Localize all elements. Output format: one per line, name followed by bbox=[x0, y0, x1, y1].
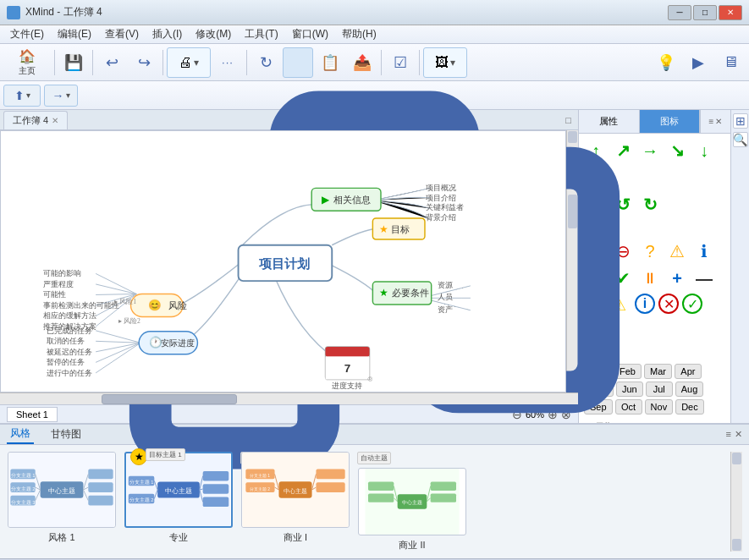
svg-line-3 bbox=[96, 273, 136, 294]
svg-rect-66 bbox=[88, 469, 113, 480]
svg-text:相应的缓解方法: 相应的缓解方法 bbox=[43, 311, 96, 320]
svg-rect-107 bbox=[368, 493, 394, 502]
svg-text:资源: 资源 bbox=[438, 281, 453, 289]
svg-rect-84 bbox=[203, 497, 229, 507]
svg-text:项目介绍: 项目介绍 bbox=[426, 194, 456, 202]
svg-text:中心主题: 中心主题 bbox=[165, 487, 192, 495]
featured-label: 目标主题 1 bbox=[146, 448, 185, 461]
svg-rect-52 bbox=[326, 347, 370, 357]
canvas-hscroll[interactable] bbox=[0, 393, 578, 404]
svg-text:▸ 风险2: ▸ 风险2 bbox=[118, 317, 140, 325]
svg-text:取消的任务: 取消的任务 bbox=[47, 337, 85, 345]
svg-rect-82 bbox=[203, 471, 229, 480]
svg-text:暂停的任务: 暂停的任务 bbox=[47, 358, 85, 366]
svg-text:进行中的任务: 进行中的任务 bbox=[47, 369, 92, 377]
svg-text:安际进度: 安际进度 bbox=[161, 338, 195, 348]
style-card-business2-preview: 中心主题 bbox=[358, 468, 466, 535]
featured-star-icon: ★ bbox=[130, 448, 147, 465]
svg-text:®: ® bbox=[368, 376, 373, 383]
svg-text:分支主题 1: 分支主题 1 bbox=[129, 479, 154, 485]
svg-line-4 bbox=[96, 284, 136, 294]
share1-button[interactable] bbox=[283, 47, 313, 78]
svg-text:项目概况: 项目概况 bbox=[426, 184, 456, 192]
svg-rect-83 bbox=[203, 484, 229, 493]
svg-text:人员: 人员 bbox=[438, 293, 453, 301]
svg-line-9 bbox=[96, 331, 140, 343]
svg-text:分支主题 3: 分支主题 3 bbox=[11, 499, 36, 505]
svg-text:事前检测出来的可能性: 事前检测出来的可能性 bbox=[43, 301, 119, 310]
svg-text:严重程度: 严重程度 bbox=[43, 280, 74, 288]
svg-text:风险: 风险 bbox=[168, 301, 187, 310]
svg-rect-97 bbox=[316, 469, 344, 480]
svg-text:相关信息: 相关信息 bbox=[333, 195, 371, 205]
style-card-professional[interactable]: ★ 目标主题 1 中心主题 分支主题 1 分支主题 2 bbox=[124, 452, 234, 552]
svg-line-5 bbox=[96, 294, 136, 295]
svg-text:中心主题: 中心主题 bbox=[48, 487, 75, 495]
svg-text:中心主题: 中心主题 bbox=[284, 488, 307, 494]
svg-text:7: 7 bbox=[344, 362, 351, 375]
canvas-wrapper: 项目计划 😊 风险 可能的影响 严重程度 可能性 事前检测出来的可能性 相应的缓… bbox=[0, 130, 578, 393]
svg-rect-98 bbox=[316, 482, 344, 492]
svg-text:可能的影响: 可能的影响 bbox=[43, 269, 81, 277]
style-card-professional-label: 专业 bbox=[169, 531, 188, 544]
svg-text:分支主题 2: 分支主题 2 bbox=[129, 497, 154, 502]
svg-text:★: ★ bbox=[379, 224, 388, 234]
svg-text:进度支持: 进度支持 bbox=[332, 382, 362, 390]
svg-text:分支主题 1: 分支主题 1 bbox=[250, 473, 270, 478]
svg-text:分支主题 1: 分支主题 1 bbox=[11, 472, 36, 478]
svg-text:目标: 目标 bbox=[391, 225, 410, 234]
svg-text:分支主题 2: 分支主题 2 bbox=[11, 486, 36, 491]
mindmap-svg: 项目计划 😊 风险 可能的影响 严重程度 可能性 事前检测出来的可能性 相应的缓… bbox=[1, 131, 565, 392]
svg-line-12 bbox=[96, 343, 140, 362]
svg-text:被延迟的任务: 被延迟的任务 bbox=[47, 348, 92, 356]
svg-text:必要条件: 必要条件 bbox=[392, 288, 429, 298]
svg-rect-109 bbox=[431, 493, 456, 502]
style-card-business1-preview: 中心主题 分支主题 1 分支主题 2 bbox=[241, 452, 350, 528]
svg-text:😊: 😊 bbox=[148, 299, 162, 312]
svg-text:▶: ▶ bbox=[322, 195, 330, 205]
svg-text:已完成的任务: 已完成的任务 bbox=[47, 327, 92, 335]
svg-text:资产: 资产 bbox=[438, 305, 453, 314]
svg-text:★: ★ bbox=[379, 288, 388, 298]
svg-text:中心主题: 中心主题 bbox=[402, 499, 422, 505]
svg-rect-108 bbox=[431, 482, 456, 491]
svg-rect-106 bbox=[368, 482, 394, 491]
svg-text:关键利益者: 关键利益者 bbox=[426, 203, 464, 211]
canvas-area: 工作簿 4 ✕ □ bbox=[0, 110, 578, 423]
svg-rect-68 bbox=[88, 496, 113, 506]
svg-line-10 bbox=[96, 341, 140, 343]
svg-text:▸ 风险1: ▸ 风险1 bbox=[114, 298, 136, 305]
svg-text:项目计划: 项目计划 bbox=[258, 256, 310, 271]
svg-text:可能性: 可能性 bbox=[43, 290, 66, 299]
canvas[interactable]: 项目计划 😊 风险 可能的影响 严重程度 可能性 事前检测出来的可能性 相应的缓… bbox=[0, 130, 566, 393]
svg-text:背景介绍: 背景介绍 bbox=[426, 213, 456, 222]
svg-rect-67 bbox=[88, 482, 113, 492]
svg-text:分支主题 2: 分支主题 2 bbox=[250, 486, 270, 491]
style-card-1-preview: 中心主题 分支主题 1 分支主题 2 分支主题 3 bbox=[8, 452, 116, 528]
toolbar-main: 🏠 主页 💾 ↩ ↪ 🖨 ▾ ··· ↻ 📋 📤 ☑ 🖼 ▾ 💡 ▶ 🖥 bbox=[0, 44, 749, 81]
